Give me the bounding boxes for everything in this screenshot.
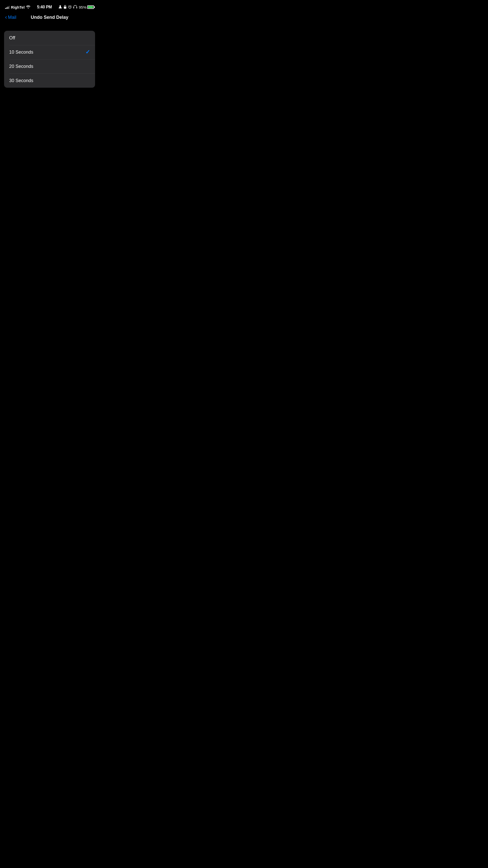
headphones-icon: [73, 5, 77, 9]
option-off[interactable]: Off: [4, 31, 95, 45]
status-right: 95%: [58, 5, 94, 9]
option-10s-label: 10 Seconds: [9, 50, 33, 55]
option-30s[interactable]: 30 Seconds: [4, 73, 95, 88]
alarm-icon: [68, 5, 72, 9]
battery-fill: [88, 6, 93, 8]
svg-rect-4: [76, 7, 77, 8]
carrier-label: RighTel: [11, 5, 25, 9]
lock-icon: [64, 5, 67, 9]
svg-rect-3: [73, 7, 74, 8]
battery-indicator: 95%: [79, 5, 94, 9]
option-10s[interactable]: 10 Seconds ✓: [4, 45, 95, 59]
status-time: 5:40 PM: [37, 5, 52, 9]
options-container: Off 10 Seconds ✓ 20 Seconds 30 Seconds: [0, 26, 99, 88]
person-icon: [58, 5, 62, 9]
checkmark-icon: ✓: [85, 49, 90, 55]
option-30s-label: 30 Seconds: [9, 78, 33, 83]
wifi-icon: [26, 5, 30, 9]
status-bar: RighTel 5:40 PM: [0, 0, 99, 13]
navigation-bar: ‹ Mail Undo Send Delay: [0, 13, 99, 23]
back-label: Mail: [8, 15, 16, 20]
back-button[interactable]: ‹ Mail: [5, 15, 16, 20]
option-off-label: Off: [9, 35, 15, 41]
svg-rect-1: [64, 7, 66, 9]
status-left: RighTel: [5, 5, 30, 9]
svg-point-0: [59, 5, 61, 7]
option-20s[interactable]: 20 Seconds: [4, 59, 95, 73]
chevron-left-icon: ‹: [5, 14, 7, 20]
signal-bars-icon: [5, 5, 10, 9]
battery-icon: [87, 5, 94, 9]
battery-percent-label: 95%: [79, 5, 86, 9]
option-20s-label: 20 Seconds: [9, 64, 33, 69]
delay-options-list: Off 10 Seconds ✓ 20 Seconds 30 Seconds: [4, 31, 95, 88]
page-title: Undo Send Delay: [31, 15, 68, 20]
